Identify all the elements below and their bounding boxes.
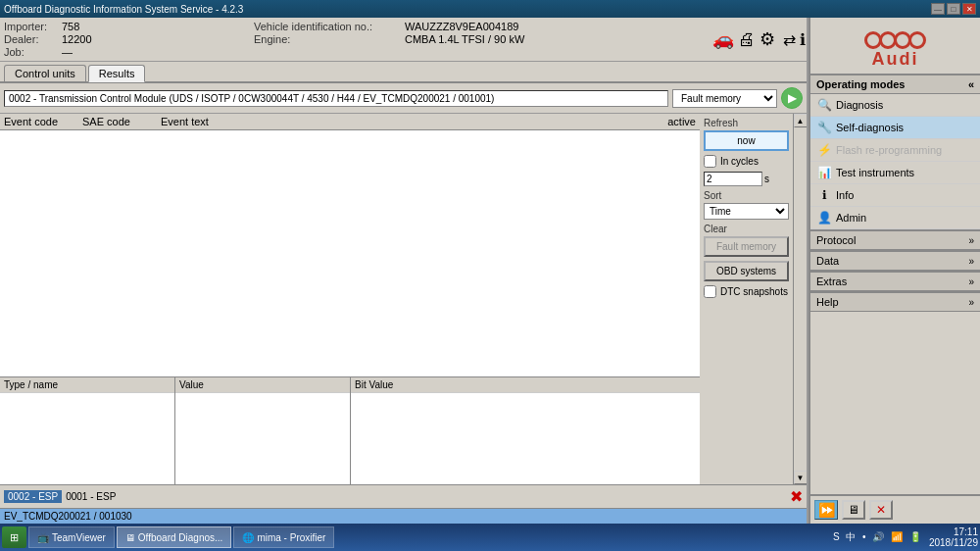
nav-close-btn[interactable]: ✕	[869, 500, 893, 520]
teamviewer-icon: 📺	[37, 532, 49, 543]
clear-section: Clear Fault memory	[704, 224, 789, 257]
value-header: Value	[175, 377, 350, 393]
bit-value-header: Bit Value	[351, 377, 700, 393]
teamviewer-label: TeamViewer	[52, 532, 106, 543]
refresh-label: Refresh	[704, 118, 789, 128]
table-header: Event code SAE code Event text active	[0, 114, 700, 130]
extras-label: Extras	[816, 276, 847, 287]
app-title: Offboard Diagnostic Information System S…	[4, 4, 243, 15]
help-section[interactable]: Help »	[810, 291, 980, 312]
op-mode-self-diagnosis[interactable]: 🔧 Self-diagnosis	[810, 117, 980, 139]
in-cycles-label: In cycles	[720, 156, 759, 167]
sort-dropdown[interactable]: Time Code	[704, 203, 789, 220]
dtc-checkbox[interactable]	[704, 285, 716, 298]
op-modes-collapse-icon[interactable]: «	[968, 78, 974, 90]
dtc-row: DTC snapshots	[704, 285, 789, 298]
value-panel: Value	[175, 377, 351, 484]
module-bar: 0002 - Transmission Control Module (UDS …	[0, 83, 807, 114]
sys-icons: S 中 • 🔊 📶 🔋	[833, 530, 923, 544]
help-arrow: »	[968, 297, 974, 308]
proxifier-icon: 🌐	[242, 532, 254, 543]
nav-grid-btn[interactable]: 🖥	[842, 500, 865, 520]
data-section[interactable]: Data »	[810, 250, 980, 271]
refresh-now-button[interactable]: now	[704, 130, 789, 151]
op-modes-title: Operating modes	[816, 78, 905, 90]
in-cycles-row: In cycles	[704, 155, 789, 168]
mode-dropdown[interactable]: Fault memory Identification Measured val…	[672, 89, 777, 108]
job-label: Job:	[4, 46, 58, 58]
fault-memory-clear-button[interactable]: Fault memory	[704, 236, 789, 257]
admin-label: Admin	[836, 212, 866, 224]
tab-control-units[interactable]: Control units	[4, 65, 86, 81]
cycles-input[interactable]	[704, 172, 762, 186]
audi-rings	[864, 31, 926, 49]
bottom-panels: Type / name Value Bit Value	[0, 376, 700, 484]
importer-label: Importer:	[4, 21, 58, 32]
maximize-btn[interactable]: □	[947, 3, 960, 15]
info-icon[interactable]: ℹ	[800, 30, 806, 49]
vin-value: WAUZZZ8V9EA004189	[405, 21, 518, 32]
op-mode-admin[interactable]: 👤 Admin	[810, 207, 980, 229]
main-scrollbar[interactable]: ▲ ▼	[793, 114, 807, 484]
sort-label: Sort	[704, 190, 789, 201]
proxifier-label: mima - Proxifier	[257, 532, 325, 543]
print-icon[interactable]: 🖨	[738, 29, 756, 50]
left-panel: Importer: 758 Dealer: 12200 Job: — Vehic…	[0, 18, 808, 524]
protocol-section[interactable]: Protocol »	[810, 229, 980, 250]
op-mode-test-instruments[interactable]: 📊 Test instruments	[810, 162, 980, 184]
col-event-text: Event text	[161, 116, 637, 127]
time-display: 17:11	[929, 526, 978, 537]
obd-systems-button[interactable]: OBD systems	[704, 261, 789, 281]
module-tag: 0002 - ESP	[4, 490, 62, 503]
minimize-btn[interactable]: —	[931, 3, 945, 15]
col-sae-code: SAE code	[82, 116, 161, 127]
diagnosis-label: Diagnosis	[836, 99, 883, 111]
scroll-up-arrow[interactable]: ▲	[794, 114, 808, 127]
test-icon: 📊	[816, 165, 832, 180]
close-btn[interactable]: ✕	[962, 3, 976, 15]
table-container: Event code SAE code Event text active Ty…	[0, 114, 700, 484]
offboard-icon: 🖥	[125, 532, 135, 543]
op-mode-info[interactable]: ℹ Info	[810, 184, 980, 207]
op-modes-header: Operating modes «	[810, 75, 980, 94]
scroll-down-arrow[interactable]: ▼	[794, 471, 808, 484]
dealer-label: Dealer:	[4, 33, 58, 45]
taskbar-proxifier[interactable]: 🌐 mima - Proxifier	[233, 526, 334, 548]
start-button[interactable]: ⊞	[2, 526, 26, 548]
car-icon[interactable]: 🚗	[712, 28, 734, 50]
bottom-nav: ⏩ 🖥 ✕	[810, 494, 980, 524]
table-body	[0, 130, 700, 376]
in-cycles-checkbox[interactable]	[704, 155, 716, 168]
protocol-label: Protocol	[816, 234, 856, 246]
title-bar: Offboard Diagnostic Information System S…	[0, 0, 980, 18]
taskbar: ⊞ 📺 TeamViewer 🖥 Offboard Diagnos... 🌐 m…	[0, 524, 980, 551]
op-mode-flash[interactable]: ⚡ Flash re-programming	[810, 139, 980, 162]
extras-section[interactable]: Extras »	[810, 271, 980, 291]
op-mode-diagnosis[interactable]: 🔍 Diagnosis	[810, 94, 980, 117]
dtc-label: DTC snapshots	[720, 286, 788, 297]
job-value: —	[62, 46, 73, 58]
sort-section: Sort Time Code	[704, 190, 789, 220]
cycles-unit: s	[764, 174, 769, 184]
transfer-icon[interactable]: ⇄	[783, 30, 796, 49]
audi-text: Audi	[872, 49, 919, 70]
admin-icon: 👤	[816, 210, 832, 225]
col-active: active	[637, 116, 696, 127]
tab-results[interactable]: Results	[88, 65, 146, 82]
content-area: Event code SAE code Event text active Ty…	[0, 114, 807, 484]
ev-code: EV_TCMDQ200021 / 001030	[4, 511, 132, 522]
top-icons: 🚗 🖨 ⚙ ⇄ ℹ	[714, 20, 803, 59]
taskbar-offboard[interactable]: 🖥 Offboard Diagnos...	[117, 526, 232, 548]
nav-back-btn[interactable]: ⏩	[814, 500, 838, 520]
right-panel: Audi Operating modes « 🔍 Diagnosis 🔧 Sel…	[808, 18, 980, 524]
window-controls: — □ ✕	[931, 3, 976, 15]
diagnosis-icon: 🔍	[816, 97, 832, 113]
settings-icon[interactable]: ⚙	[760, 28, 775, 50]
taskbar-teamviewer[interactable]: 📺 TeamViewer	[28, 526, 115, 548]
help-label: Help	[816, 296, 839, 308]
right-controls-panel: Refresh now In cycles s Sort Time	[700, 114, 793, 484]
type-name-header: Type / name	[0, 377, 174, 393]
go-button[interactable]: ▶	[781, 87, 803, 109]
test-label: Test instruments	[836, 167, 914, 178]
logo-area: Audi	[810, 18, 980, 75]
